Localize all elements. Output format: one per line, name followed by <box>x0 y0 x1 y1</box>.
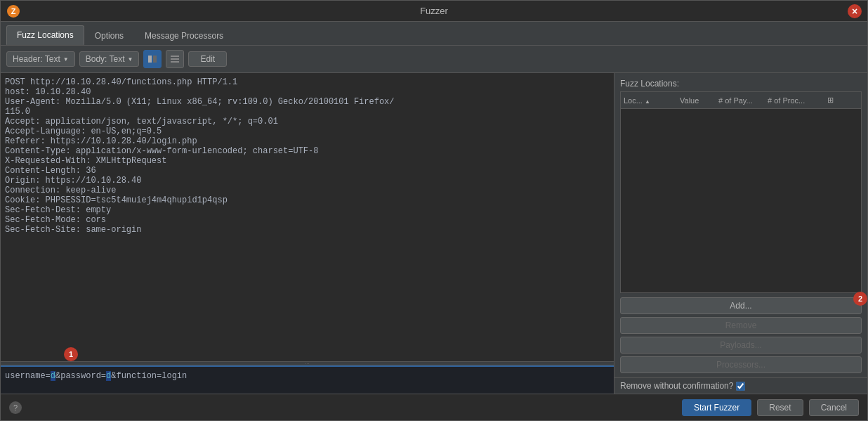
col-location: Loc... ▲ <box>621 96 677 105</box>
edit-button[interactable]: Edit <box>188 51 227 67</box>
body-area: POST http://10.10.28.40/functions.php HT… <box>1 73 867 394</box>
start-fuzzer-button[interactable]: Start Fuzzer <box>682 399 751 416</box>
close-button[interactable]: × <box>848 4 862 18</box>
remove-confirmation-strip: Remove without confirmation? <box>614 377 867 394</box>
view-toggle-right[interactable] <box>166 50 184 68</box>
remove-confirm-label: Remove without confirmation? <box>620 381 745 391</box>
body-prefix: username= <box>5 371 51 381</box>
col-value: Value <box>677 96 716 105</box>
window-title: Fuzzer <box>420 6 448 16</box>
badge-2: 2 <box>853 292 867 306</box>
right-panel: Fuzz Locations: Loc... ▲ Value # of Pay.… <box>614 73 867 394</box>
processors-button[interactable]: Processors... <box>620 356 862 373</box>
body-dropdown[interactable]: Body: Text <box>79 51 140 67</box>
body-middle: &password= <box>55 371 106 381</box>
svg-rect-6 <box>171 61 179 63</box>
remove-button[interactable]: Remove <box>620 317 862 334</box>
svg-rect-2 <box>148 56 152 63</box>
footer-left: ? <box>9 401 676 414</box>
right-buttons: Add... 2 Remove Payloads... Processors..… <box>614 293 867 377</box>
svg-rect-3 <box>153 56 157 63</box>
fuzz-table: Loc... ▲ Value # of Pay... # of Proc... … <box>620 91 862 293</box>
col-payloads: # of Pay... <box>716 96 765 105</box>
title-bar: Z Fuzzer × <box>1 1 867 22</box>
tab-bar: Fuzz Locations Options Message Processor… <box>1 22 867 46</box>
tab-fuzz-locations[interactable]: Fuzz Locations <box>6 25 84 45</box>
toolbar: Header: Text Body: Text Edit <box>1 46 867 73</box>
tab-message-processors[interactable]: Message Processors <box>134 26 234 45</box>
badge-1: 1 <box>64 347 78 361</box>
request-text[interactable]: POST http://10.10.28.40/functions.php HT… <box>1 73 614 361</box>
highlight-d1: d <box>51 371 55 381</box>
cancel-button[interactable]: Cancel <box>809 399 859 416</box>
header-dropdown[interactable]: Header: Text <box>6 51 75 67</box>
payloads-button[interactable]: Payloads... <box>620 337 862 354</box>
fuzz-locations-header: Fuzz Locations: <box>614 73 867 91</box>
sort-icon: ▲ <box>645 98 650 105</box>
tab-options[interactable]: Options <box>84 26 134 45</box>
svg-rect-5 <box>171 58 179 60</box>
body-suffix: &function=login <box>111 371 187 381</box>
fuzz-table-header: Loc... ▲ Value # of Pay... # of Proc... … <box>621 92 861 109</box>
footer-bar: ? Start Fuzzer Reset Cancel <box>1 394 867 420</box>
main-content: Header: Text Body: Text Edit PO <box>1 46 867 394</box>
help-icon[interactable]: ? <box>9 401 22 414</box>
svg-rect-4 <box>171 56 179 57</box>
add-button[interactable]: Add... <box>620 297 862 314</box>
body-text-area[interactable]: username=d&password=d&function=login <box>1 365 614 394</box>
reset-button[interactable]: Reset <box>757 399 803 416</box>
col-expand: ⊞ <box>821 96 839 105</box>
col-processors: # of Proc... <box>765 96 821 105</box>
view-toggle-left[interactable] <box>143 50 162 68</box>
app-logo: Z <box>6 4 20 18</box>
remove-confirm-checkbox[interactable] <box>736 382 745 391</box>
left-panel: POST http://10.10.28.40/functions.php HT… <box>1 73 614 394</box>
fuzz-table-body <box>621 109 861 293</box>
svg-text:Z: Z <box>11 7 16 15</box>
fuzzer-window: Z Fuzzer × Fuzz Locations Options Messag… <box>0 0 868 421</box>
